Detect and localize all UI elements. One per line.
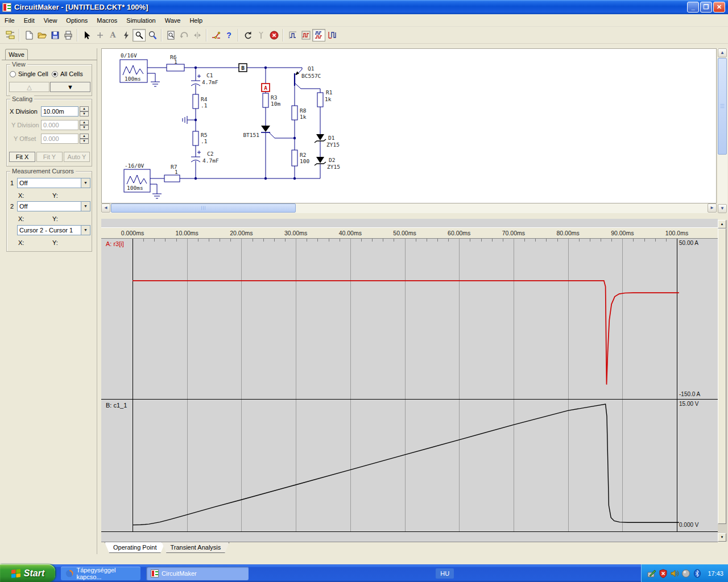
text-tool-button[interactable]: A [106, 29, 119, 41]
cursor2-select[interactable]: Off ▼ [17, 201, 90, 211]
delete-tool-button[interactable] [119, 29, 133, 41]
language-indicator[interactable]: HU [436, 568, 454, 579]
scope-trace-button[interactable] [286, 29, 299, 41]
vscroll-up-icon[interactable]: ▲ [718, 48, 727, 57]
find-device-button[interactable] [164, 29, 177, 41]
resistor-r2[interactable] [292, 150, 297, 166]
security-shield-icon[interactable] [659, 569, 668, 578]
resistor-r8[interactable] [292, 106, 297, 120]
device-ball-icon[interactable] [681, 569, 690, 578]
plot-b-region[interactable] [101, 400, 718, 531]
schematic-hscrollbar[interactable]: ◄ ► [101, 203, 717, 213]
menu-options[interactable]: Options [61, 15, 92, 26]
cursor-diff-select[interactable]: Cursor 2 - Cursor 1 ▼ [17, 225, 90, 235]
bluetooth-icon[interactable] [693, 569, 702, 578]
scope-pulse-button[interactable] [299, 29, 312, 41]
wave-scroll-thumb[interactable] [718, 228, 726, 524]
hscroll-thumb[interactable] [111, 203, 296, 213]
vscroll-down-icon[interactable]: ▼ [718, 204, 727, 213]
select-tool-button[interactable] [80, 29, 93, 41]
menu-wave[interactable]: Wave [160, 15, 185, 26]
y-offset-spin-up-icon[interactable]: ▲ [80, 134, 89, 139]
all-cells-radio[interactable]: All Cells [52, 70, 83, 77]
schematic-vscrollbar[interactable]: ▲ ▼ [718, 48, 727, 213]
x-division-spin-up-icon[interactable]: ▲ [80, 106, 89, 111]
wire-tool-button[interactable] [93, 29, 106, 41]
scr-bt151[interactable] [261, 126, 270, 132]
menu-file[interactable]: File [0, 15, 19, 26]
vscroll-thumb[interactable] [718, 58, 727, 155]
zoom-tool-button[interactable] [146, 29, 159, 41]
y-offset-spinner[interactable]: ▲▼ [80, 134, 89, 144]
wave-scroll-up-icon[interactable]: ▲ [718, 220, 726, 228]
hscroll-right-icon[interactable]: ► [708, 203, 717, 213]
auto-y-button[interactable]: Auto Y [64, 152, 90, 162]
stop-button[interactable] [267, 29, 280, 41]
start-button[interactable]: Start [0, 564, 55, 582]
x-division-input[interactable]: 10.00m [41, 106, 78, 117]
rotate-button[interactable] [177, 29, 191, 41]
save-button[interactable] [48, 29, 61, 41]
menu-help[interactable]: Help [185, 15, 207, 26]
new-button[interactable] [22, 29, 35, 41]
help-button[interactable]: ? [222, 29, 235, 41]
resistor-r4[interactable] [193, 94, 198, 109]
cursor2-dropdown-icon[interactable]: ▼ [81, 202, 90, 211]
tab-wave[interactable]: Wave [5, 49, 28, 60]
resistor-r5[interactable] [193, 131, 198, 146]
tablet-pen-icon[interactable] [647, 569, 656, 578]
x-division-spin-down-icon[interactable]: ▼ [80, 111, 89, 117]
taskbar-item-browser[interactable]: Tápegységgel kapcso... [61, 567, 140, 580]
tab-operating-point[interactable]: Operating Point [105, 542, 165, 553]
menu-view[interactable]: View [39, 15, 62, 26]
resistor-r1[interactable] [317, 93, 323, 107]
cursor1-dropdown-icon[interactable]: ▼ [81, 178, 90, 188]
y-division-input[interactable]: 0.000 [41, 120, 78, 130]
y-division-spin-up-icon[interactable]: ▲ [80, 120, 89, 125]
fit-y-button[interactable]: Fit Y [36, 152, 63, 162]
scope-mixed-button[interactable] [325, 29, 338, 41]
cell-up-button[interactable]: △ [9, 82, 49, 92]
parts-bin-button[interactable] [3, 29, 16, 41]
cell-down-button[interactable]: ▼ [50, 82, 90, 92]
schematic-canvas[interactable]: 0/16V 100ms R6 1 C1 4.7mF R4 .1 R5 .1 C2… [101, 48, 717, 203]
waveform-vscrollbar[interactable]: ▲ ▼ [718, 220, 727, 542]
y-offset-spin-down-icon[interactable]: ▼ [80, 139, 89, 144]
single-cell-radio-circle[interactable] [10, 71, 16, 77]
cursor-diff-dropdown-icon[interactable]: ▼ [81, 226, 90, 235]
clock[interactable]: 17:43 [708, 570, 723, 577]
volume-icon[interactable] [670, 569, 679, 578]
reset-button[interactable] [241, 29, 254, 41]
taskbar-item-circuitmaker[interactable]: CircuitMaker [146, 567, 249, 580]
probe-tool-button[interactable] [133, 29, 146, 41]
plot-a-region[interactable] [101, 239, 718, 399]
all-cells-radio-circle[interactable] [52, 71, 58, 77]
print-button[interactable] [61, 29, 75, 41]
scope-analog-button[interactable] [312, 29, 325, 41]
menu-simulation[interactable]: Simulation [122, 15, 160, 26]
hscroll-left-icon[interactable]: ◄ [101, 203, 110, 213]
diode-d2[interactable] [316, 157, 324, 163]
mirror-button[interactable] [191, 29, 204, 41]
wave-scroll-down-icon[interactable]: ▼ [718, 533, 726, 542]
tab-transient-analysis[interactable]: Transient Analysis [162, 542, 229, 553]
diode-d1[interactable] [316, 134, 324, 140]
y-division-spinner[interactable]: ▲▼ [80, 120, 89, 130]
resistor-r3[interactable] [263, 93, 268, 107]
setup-wrench-button[interactable] [254, 29, 267, 41]
y-offset-input[interactable]: 0.000 [41, 134, 78, 144]
x-division-spinner[interactable]: ▲▼ [80, 106, 89, 117]
resistor-r7[interactable] [164, 175, 180, 182]
fit-x-button[interactable]: Fit X [9, 152, 35, 162]
run-analyses-button[interactable] [209, 29, 222, 41]
menu-macros[interactable]: Macros [92, 15, 122, 26]
y-division-spin-down-icon[interactable]: ▼ [80, 125, 89, 130]
close-button[interactable]: ✕ [713, 2, 725, 13]
cursor1-select[interactable]: Off ▼ [17, 178, 90, 188]
open-button[interactable] [35, 29, 48, 41]
single-cell-radio[interactable]: Single Cell [10, 70, 48, 77]
menu-edit[interactable]: Edit [19, 15, 39, 26]
restore-button[interactable]: ❐ [700, 2, 712, 13]
minimize-button[interactable]: _ [687, 2, 699, 13]
resistor-r6[interactable] [167, 64, 184, 71]
